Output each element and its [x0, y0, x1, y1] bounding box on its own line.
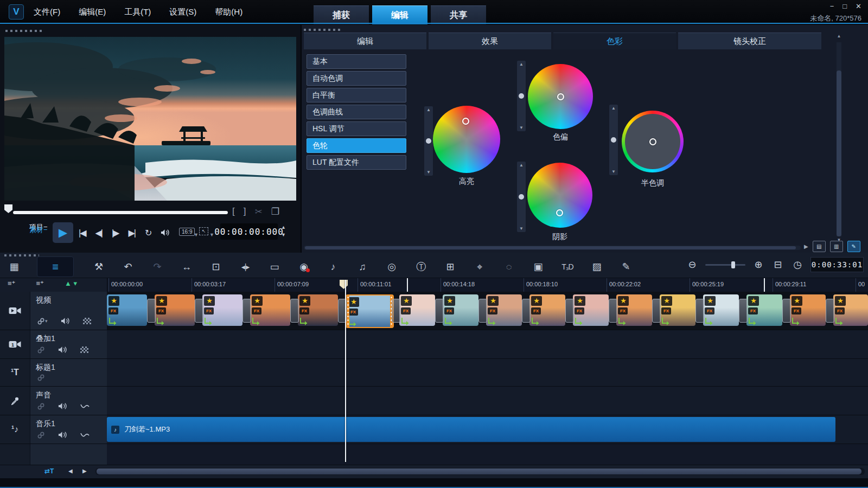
ruler-position-marker[interactable]: [340, 280, 348, 289]
transition-cell[interactable]: [739, 299, 748, 323]
add-track-button[interactable]: ≡⁺: [36, 279, 43, 287]
video-clip-12[interactable]: ★FX: [616, 294, 652, 326]
color-tool-色轮[interactable]: 色轮: [307, 138, 406, 153]
mode-tab-共享[interactable]: 共享: [431, 5, 486, 24]
slider-up-icon[interactable]: ▲: [609, 106, 618, 111]
zoom-slider[interactable]: [705, 264, 745, 266]
painting-creator-button[interactable]: ✎: [620, 261, 633, 273]
transition-cell[interactable]: [478, 299, 487, 323]
color-wheel-高亮[interactable]: [433, 106, 500, 173]
menu-item-1[interactable]: 编辑(E): [79, 7, 106, 17]
split-screen-template-button[interactable]: ⊞: [444, 261, 457, 273]
play-button[interactable]: ▶: [53, 222, 73, 243]
video-clip-14[interactable]: ★FX: [703, 294, 739, 326]
enlarge-timeline-button[interactable]: ⊡: [209, 261, 222, 273]
speed-button[interactable]: ◎: [385, 261, 398, 273]
multicam-editor-button[interactable]: ▨: [590, 261, 603, 273]
transition-cell[interactable]: [522, 299, 531, 323]
video-clip-16[interactable]: ★FX: [790, 294, 826, 326]
video-clip-5[interactable]: ★FX: [298, 294, 338, 326]
track-body-叠加1[interactable]: [107, 330, 868, 358]
color-wheel-半色调[interactable]: [622, 111, 684, 172]
video-clip-17[interactable]: ★FX: [833, 294, 868, 326]
record-capture-button[interactable]: ◉: [297, 261, 310, 273]
mode-tab-编辑[interactable]: 编辑: [372, 5, 427, 24]
fit-project-button[interactable]: ↔: [180, 261, 193, 273]
video-clip-15[interactable]: ★FX: [746, 294, 782, 326]
video-clip-6[interactable]: ★FX: [346, 294, 394, 328]
aspect-ratio-badge[interactable]: 16:9: [179, 228, 195, 236]
edit-panel-icon[interactable]: ✎: [847, 241, 860, 252]
timeline-ruler[interactable]: ≡⁺≡⁺▲ ▾ 00:00:00:0000:00:03:1700:00:07:0…: [0, 278, 868, 292]
zoom-in-icon[interactable]: ⊕: [752, 259, 765, 271]
home-button[interactable]: |◀: [79, 228, 85, 238]
customize-motion-button[interactable]: ◌: [502, 261, 515, 273]
volume-button[interactable]: [161, 229, 170, 236]
split-clip-button-icon[interactable]: ✂: [254, 206, 262, 217]
wheel-slider-阴影[interactable]: ▲▼: [517, 162, 526, 232]
link-clips-icon[interactable]: ▾: [37, 317, 48, 325]
transition-cell[interactable]: [695, 299, 704, 323]
video-clip-4[interactable]: ★FX: [250, 294, 290, 326]
mute-track-icon[interactable]: [58, 346, 67, 354]
color-tool-LUT 配置文件[interactable]: LUT 配置文件: [307, 155, 406, 170]
wheel-marker[interactable]: [462, 118, 469, 125]
scroll-right-icon[interactable]: ▶: [804, 243, 808, 249]
mark-out-button-icon[interactable]: ]: [244, 206, 246, 217]
panel-grip[interactable]: [304, 29, 341, 31]
video-clip-7[interactable]: ★FX: [399, 294, 435, 326]
mute-track-icon[interactable]: [58, 431, 67, 439]
link-clips-icon[interactable]: [37, 402, 45, 410]
audio-fade-icon[interactable]: [80, 432, 90, 438]
transition-cell[interactable]: [652, 299, 661, 323]
audio-fade-icon[interactable]: [80, 403, 90, 409]
scrub-position-marker[interactable]: [4, 204, 12, 213]
minimize-button[interactable]: −: [830, 2, 834, 10]
wheel-slider-半色调[interactable]: ▲▼: [609, 105, 618, 175]
transition-cell[interactable]: [826, 299, 834, 323]
transition-cell[interactable]: [147, 299, 156, 323]
link-clips-icon[interactable]: [37, 374, 45, 382]
menu-item-4[interactable]: 帮助(H): [215, 7, 242, 17]
video-clip-13[interactable]: ★FX: [660, 294, 695, 326]
dual-view-icon[interactable]: ▥: [830, 241, 843, 252]
trim-clip-button[interactable]: ▭: [268, 261, 281, 273]
transition-cell[interactable]: [392, 299, 400, 323]
video-clip-3[interactable]: ★FX: [202, 294, 242, 326]
mode-tab-捕获[interactable]: 捕获: [314, 5, 369, 24]
undo-button[interactable]: ↶: [122, 261, 135, 273]
zoom-out-icon[interactable]: ⊖: [686, 259, 699, 271]
color-tool-色调曲线[interactable]: 色调曲线: [307, 105, 406, 119]
transition-cell[interactable]: [290, 299, 299, 323]
resize-caret-icon[interactable]: ▼: [209, 232, 214, 237]
resize-preview-icon[interactable]: ↖: [199, 227, 208, 235]
transition-cell[interactable]: [609, 299, 617, 323]
scrub-bar[interactable]: [13, 211, 228, 214]
ripple-editing-toggle[interactable]: ▲ ▾: [65, 279, 77, 287]
wheel-slider-色偏[interactable]: ▲▼: [517, 61, 526, 131]
vertical-scrollbar[interactable]: ▲ ▼: [835, 34, 843, 38]
video-clip-8[interactable]: ★FX: [443, 294, 478, 326]
transition-cell[interactable]: [435, 299, 444, 323]
tab-色彩[interactable]: 色彩: [553, 33, 676, 49]
mute-track-icon[interactable]: [58, 402, 67, 410]
slider-up-icon[interactable]: ▲: [424, 107, 433, 112]
scrollbar-thumb[interactable]: [305, 246, 796, 249]
fit-timeline-icon[interactable]: ⊟: [771, 259, 784, 271]
tab-编辑[interactable]: 编辑: [304, 33, 426, 49]
slider-thumb[interactable]: [519, 93, 524, 99]
transition-cell[interactable]: [565, 299, 574, 323]
timeline-scroll-toggle[interactable]: ⇄T: [44, 467, 54, 475]
tab-镜头校正[interactable]: 镜头校正: [678, 33, 821, 49]
timeline-view-button[interactable]: ≡: [37, 256, 74, 277]
panel-grip[interactable]: [5, 30, 42, 32]
wheel-marker[interactable]: [556, 209, 563, 216]
video-clip-9[interactable]: ★FX: [486, 294, 522, 326]
color-tool-基本[interactable]: 基本: [307, 54, 406, 69]
transition-cell[interactable]: [195, 299, 203, 323]
slider-down-icon[interactable]: ▼: [424, 170, 433, 175]
timecode-spinner[interactable]: ▲▼: [281, 223, 286, 239]
scroll-left-button[interactable]: ◀: [68, 468, 73, 474]
color-tool-自动色调[interactable]: 自动色调: [307, 71, 406, 86]
music-clip[interactable]: ♪刀剑若~1.MP3: [107, 417, 835, 442]
